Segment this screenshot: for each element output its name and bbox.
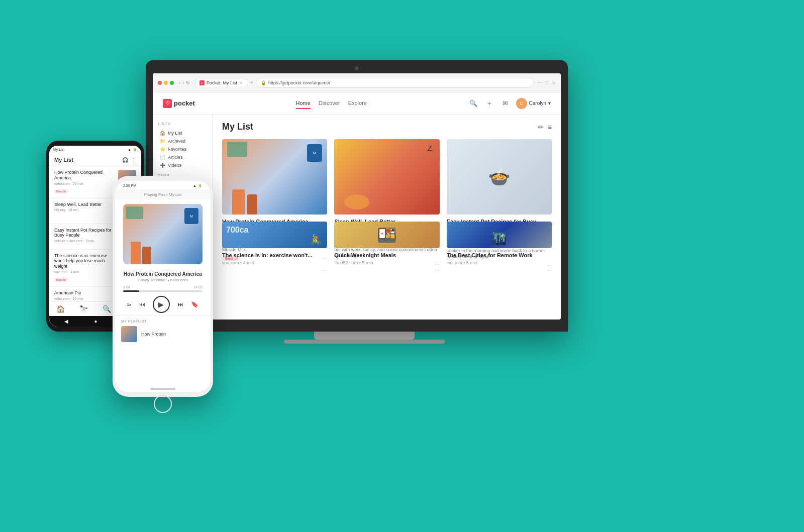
rewind-button[interactable]: ⏮ [139, 301, 145, 308]
iphone-time: 2:30 PM [123, 184, 136, 188]
iphone-playlist-item[interactable]: How Protein [121, 326, 205, 342]
content-header: My List ✏ ≡ [222, 122, 552, 132]
bookmark-icon[interactable]: ♡ [545, 80, 549, 85]
android-home-nav[interactable]: 🏠 [56, 305, 65, 313]
article-title-food: Quick Weeknight Meals [334, 252, 439, 259]
android-home-btn[interactable]: ● [94, 318, 97, 324]
android-item-title-3: The science is in: exercise won't help y… [54, 253, 114, 269]
iphone-status-icons: ▲ 🔋 [193, 184, 203, 188]
article-time-food: 5 min [362, 260, 373, 265]
article-card-protein[interactable]: M How Protein Conquered America eater.co… [222, 139, 327, 215]
illus-figure-body [344, 194, 369, 209]
url-text: https://getpocket.com/a/queue/ [268, 80, 330, 85]
android-header-icons: 🎧 ⋮ [122, 157, 136, 163]
article-card-food[interactable]: 🍱 Quick Weeknight Meals food52.com • 5 m… [334, 222, 439, 248]
iphone-progress-bar[interactable] [123, 290, 203, 292]
user-menu[interactable]: C Carolyn ▾ [516, 98, 551, 109]
search-button[interactable]: 🔍 [468, 98, 479, 109]
article-footer-city: ⋯ [447, 268, 552, 274]
fast-forward-button[interactable]: ⏭ [177, 301, 183, 308]
iphone-playlist-title: MY PLAYLIST [121, 320, 205, 323]
article-source-food: food52.com [334, 260, 358, 265]
android-time: My List [53, 148, 64, 152]
article-thumb-pot: 🍲 [447, 139, 552, 215]
article-more-city[interactable]: ⋯ [546, 268, 552, 274]
android-back-btn[interactable]: ◀ [64, 318, 68, 324]
article-more-science[interactable]: ⋯ [322, 268, 327, 274]
url-bar[interactable]: 🔒 https://getpocket.com/a/queue/ [256, 78, 534, 88]
android-status-bar: My List ▲ 🔋 [49, 146, 141, 154]
user-chevron: ▾ [548, 100, 551, 106]
settings-icon[interactable]: ☆ [552, 80, 556, 85]
android-item-title-2: Easy Instant Pot Recipes for Busy People [54, 228, 114, 239]
reload-button[interactable]: ↻ [186, 80, 190, 85]
iphone-home-button[interactable] [154, 395, 172, 413]
android-tag-0: Best of [54, 189, 68, 193]
sidebar-my-list-label: My List [168, 131, 182, 136]
sidebar-archived[interactable]: 📁 Archived [158, 137, 208, 145]
android-item-meta-2: outsideonline.com · 3 min [54, 239, 114, 243]
android-pocket-header: My List 🎧 ⋮ [49, 154, 141, 166]
page-title: My List [222, 122, 253, 132]
sidebar-articles[interactable]: 📄 Articles [158, 153, 208, 161]
list-view-icon[interactable]: ≡ [548, 123, 552, 131]
iphone-progress-fill [123, 290, 139, 292]
minimize-dot[interactable] [164, 81, 168, 85]
edit-icon[interactable]: ✏ [538, 123, 544, 131]
close-dot[interactable] [158, 81, 162, 85]
android-item-meta-1: hbr.org · 10 min [54, 208, 114, 211]
star-icon: ⭐ [160, 147, 165, 152]
food-emoji: 🍱 [377, 226, 397, 245]
browser-actions: ⋯ ♡ ☆ [537, 80, 556, 85]
sidebar-videos[interactable]: ➕ Videos [158, 161, 208, 169]
article-card-sleep[interactable]: Z Sleep Well, Lead Better hbr.org • 10 m… [334, 139, 439, 215]
tab-favicon: p [199, 80, 205, 85]
pocket-nav: Home Discover Explore [205, 98, 458, 109]
extensions-icon[interactable]: ⋯ [537, 80, 542, 85]
nav-discover[interactable]: Discover [319, 98, 340, 109]
article-card-pot[interactable]: 🍲 Easy Instant Pot Recipes for Busy Peop… [447, 139, 552, 215]
add-button[interactable]: + [484, 98, 495, 109]
articles-icon: 📄 [160, 155, 165, 160]
iphone-home-indicator [150, 388, 175, 390]
android-headphones-icon[interactable]: 🎧 [122, 157, 128, 163]
illus-can: M [307, 144, 322, 162]
article-card-city[interactable]: 🌃 The Best Cities for Remote Work inc.co… [447, 222, 552, 248]
album-illus-veggie [126, 206, 143, 219]
content-actions: ✏ ≡ [538, 123, 552, 131]
article-more-food[interactable]: ⋯ [434, 268, 440, 274]
article-card-science[interactable]: 700ca 🚴 The science is in: exercise won'… [222, 222, 327, 248]
android-search-nav[interactable]: 🔍 [103, 305, 111, 313]
pocket-logo-text: pocket [174, 99, 195, 107]
play-button[interactable]: ▶ [153, 296, 170, 313]
new-tab-button[interactable]: + [250, 80, 253, 85]
pocket-logo-symbol: ♡ [165, 100, 170, 106]
nav-home[interactable]: Home [296, 98, 311, 109]
bookmark-button[interactable]: 🔖 [191, 301, 198, 308]
illus-cyclist: 🚴 [310, 234, 322, 246]
android-discover-nav[interactable]: 🔭 [79, 305, 88, 313]
android-search-icon[interactable]: ⋮ [131, 157, 136, 163]
iphone-controls: 1x ⏮ ▶ ⏭ 🔖 [115, 294, 211, 315]
nav-explore[interactable]: Explore [348, 98, 367, 109]
article-meta-food: food52.com • 5 min [334, 260, 439, 265]
iphone-speed-button[interactable]: 1x [127, 302, 132, 307]
browser-tab[interactable]: p Pocket: My List ✕ [195, 79, 247, 86]
inbox-button[interactable]: ✉ [500, 98, 511, 109]
sidebar-favorites[interactable]: ⭐ Favorites [158, 145, 208, 153]
laptop-base [284, 340, 445, 344]
back-button[interactable]: ‹ [179, 80, 180, 85]
wifi-icon: ▲ [128, 148, 131, 152]
sidebar-archived-label: Archived [168, 139, 185, 144]
sidebar-my-list[interactable]: 🏠 My List [158, 129, 208, 137]
laptop-stand [314, 332, 415, 340]
articles-grid: M How Protein Conquered America eater.co… [222, 139, 552, 248]
favicon-letter: p [201, 81, 203, 84]
android-item-info-1: Sleep Well, Lead Better hbr.org · 10 min [54, 202, 114, 220]
iphone-time-current: 1:04 [123, 285, 130, 289]
lists-section-title: LISTS [158, 122, 208, 126]
article-source-city: inc.com [447, 260, 462, 265]
tab-close[interactable]: ✕ [239, 81, 243, 85]
forward-button[interactable]: › [182, 80, 184, 85]
maximize-dot[interactable] [170, 81, 174, 85]
